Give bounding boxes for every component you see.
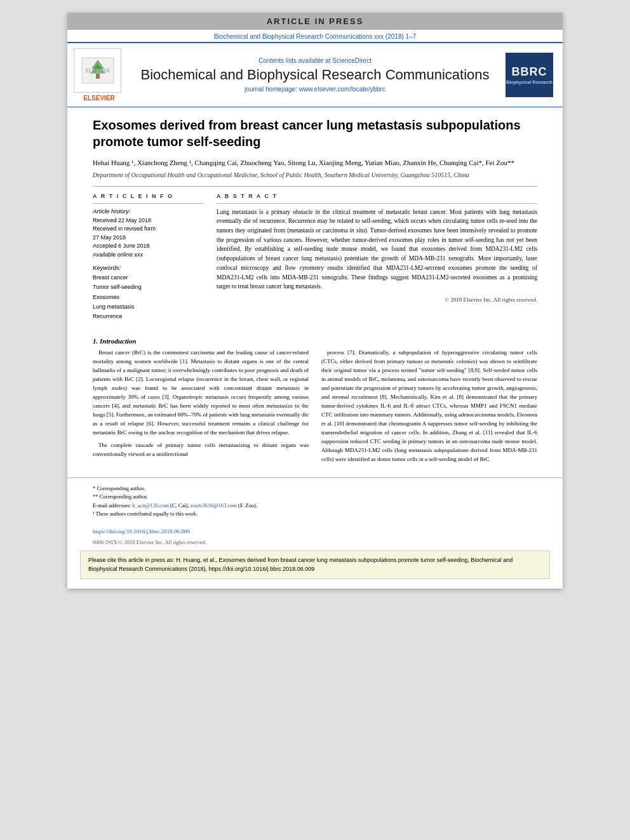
footnote-equal-contrib: ¹ These authors contributed equally to t… [93,510,537,519]
contents-label: Contents lists available at [258,57,330,64]
article-page: ARTICLE IN PRESS Biochemical and Biophys… [67,13,563,589]
main-body-content: 1. Introduction Breast cancer (BrC) is t… [67,331,563,477]
authors-line: Hehai Huang ¹, Xianchong Zheng ¹, Changq… [93,157,537,168]
copyright-text: © 2018 Elsevier Inc. All rights reserved… [217,297,537,303]
keyword-3: Exosomes [93,293,204,302]
keywords-heading: Keywords: [93,264,204,271]
homepage-label: journal homepage: [245,86,297,93]
article-info-label: A R T I C L E I N F O [93,193,204,199]
intro-para-2: The complete cascade of primary tumor ce… [93,441,309,459]
email-2-name: (F. Zou). [238,502,257,509]
accepted-date: Accepted 6 June 2018 [93,242,204,251]
body-left-column: Breast cancer (BrC) is the commonest car… [93,349,309,467]
article-in-press-banner: ARTICLE IN PRESS [67,13,563,30]
abstract-label: A B S T R A C T [217,193,537,199]
article-content-area: Exosomes derived from breast cancer lung… [67,107,563,331]
elsevier-logo-area: ELSEVIER ELSEVIER [74,48,124,102]
body-right-column: process [7]. Dramatically, a subpopulati… [321,349,537,467]
doi-line: https://doi.org/10.1016/j.bbrc.2018.06.0… [67,525,563,538]
email-1-name: (C. Cai), [170,502,189,509]
email-2-link[interactable]: zoufe3616@163.com [191,502,237,509]
journal-reference-line: Biochemical and Biophysical Research Com… [67,30,563,42]
affiliation-text: Department of Occupational Health and Oc… [93,171,537,178]
email-1-link[interactable]: h_acn@126.com [132,502,169,509]
article-info-column: A R T I C L E I N F O Article history: R… [93,193,204,322]
keywords-block: Keywords: Breast cancer Tumor self-seedi… [93,264,204,321]
history-heading: Article history: [93,208,204,215]
corresponding-2: ** Corresponding author. [93,493,537,502]
doi-link[interactable]: https://doi.org/10.1016/j.bbrc.2018.06.0… [93,528,190,535]
sciencedirect-link[interactable]: ScienceDirect [332,57,372,64]
section-num: 1. [93,337,98,345]
banner-text: ARTICLE IN PRESS [267,17,364,26]
divider-1 [93,186,537,187]
introduction-heading: 1. Introduction [93,337,537,345]
authors-text: Hehai Huang ¹, Xianchong Zheng ¹, Changq… [93,159,514,166]
citation-text: Please cite this article in press as: H.… [88,557,513,572]
homepage-line: journal homepage: www.elsevier.com/locat… [131,86,499,93]
keyword-1: Breast cancer [93,273,204,283]
abstract-text: Lung metastasis is a primary obstacle in… [217,208,537,291]
keyword-4: Lung metastasis [93,302,204,312]
abstract-column: A B S T R A C T Lung metastasis is a pri… [217,193,537,322]
elsevier-tree-icon: ELSEVIER [79,55,117,86]
intro-para-3: process [7]. Dramatically, a subpopulati… [321,349,537,463]
bbrc-subtitle: Biophysical Research [506,80,553,84]
corresponding-1: * Corresponding author. [93,484,537,493]
journal-header: ELSEVIER ELSEVIER Contents lists availab… [67,42,563,107]
online-date: Available online xxx [93,251,204,260]
abstract-block: Lung metastasis is a primary obstacle in… [217,203,537,303]
citation-bar: Please cite this article in press as: H.… [80,550,550,579]
contents-available-line: Contents lists available at ScienceDirec… [131,57,499,64]
article-title: Exosomes derived from breast cancer lung… [93,117,537,150]
homepage-link[interactable]: www.elsevier.com/locate/ybbrc [299,86,385,93]
elsevier-brand-text: ELSEVIER [74,95,124,102]
intro-para-1: Breast cancer (BrC) is the commonest car… [93,349,309,437]
article-info-block: Article history: Received 22 May 2018 Re… [93,203,204,322]
bbrc-label: BBRC [512,65,547,79]
keyword-5: Recurrence [93,312,204,321]
email-line: E-mail addresses: h_acn@126.com (C. Cai)… [93,502,537,510]
section-title-text: Introduction [100,337,136,345]
svg-rect-4 [96,74,100,79]
footer-notes-area: * Corresponding author. ** Corresponding… [67,477,563,525]
body-two-columns: Breast cancer (BrC) is the commonest car… [93,349,537,467]
journal-title-center: Contents lists available at ScienceDirec… [131,57,499,93]
issn-line: 0006-291X/© 2018 Elsevier Inc. All right… [67,538,563,550]
elsevier-logo-box: ELSEVIER [74,48,121,93]
keyword-2: Tumor self-seeding [93,283,204,292]
received-date: Received 22 May 2018 [93,217,204,225]
bbrc-logo-box: BBRC Biophysical Research [506,53,553,97]
email-label: E-mail addresses: [93,502,131,509]
revised-date: Received in revised form27 May 2018 [93,225,204,242]
journal-ref-text: Biochemical and Biophysical Research Com… [214,33,417,40]
bbrc-logo-area: BBRC Biophysical Research [506,53,556,97]
info-abstract-columns: A R T I C L E I N F O Article history: R… [93,193,537,322]
journal-full-name: Biochemical and Biophysical Research Com… [131,67,499,83]
